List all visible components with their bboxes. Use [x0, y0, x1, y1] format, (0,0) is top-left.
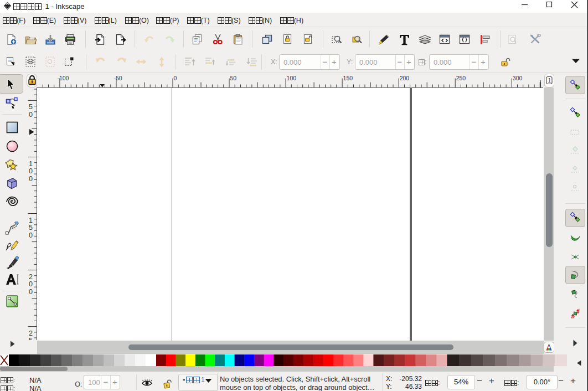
svg-text:150: 150 [343, 75, 353, 81]
svg-text:200: 200 [400, 75, 410, 81]
svg-text:250: 250 [456, 75, 466, 81]
svg-text:300: 300 [513, 75, 523, 81]
svg-text:100: 100 [287, 75, 297, 81]
svg-text:1: 1 [29, 160, 33, 168]
svg-text:1: 1 [29, 217, 33, 224]
svg-text:0: 0 [29, 231, 33, 239]
svg-text:0: 0 [29, 288, 33, 296]
svg-text:5: 5 [29, 337, 33, 340]
svg-text:0: 0 [29, 111, 33, 119]
svg-text:0: 0 [29, 167, 33, 175]
svg-text:-100: -100 [57, 75, 69, 81]
svg-text:1: 1 [548, 78, 551, 84]
svg-text:2: 2 [29, 330, 33, 337]
svg-text:-50: -50 [114, 75, 122, 81]
svg-text:2: 2 [29, 273, 33, 281]
svg-text:5: 5 [29, 103, 33, 111]
svg-text:0: 0 [29, 280, 33, 288]
svg-text:0: 0 [174, 75, 177, 81]
svg-text:50: 50 [230, 75, 237, 81]
svg-text:5: 5 [29, 224, 33, 231]
svg-text:0: 0 [29, 175, 33, 183]
